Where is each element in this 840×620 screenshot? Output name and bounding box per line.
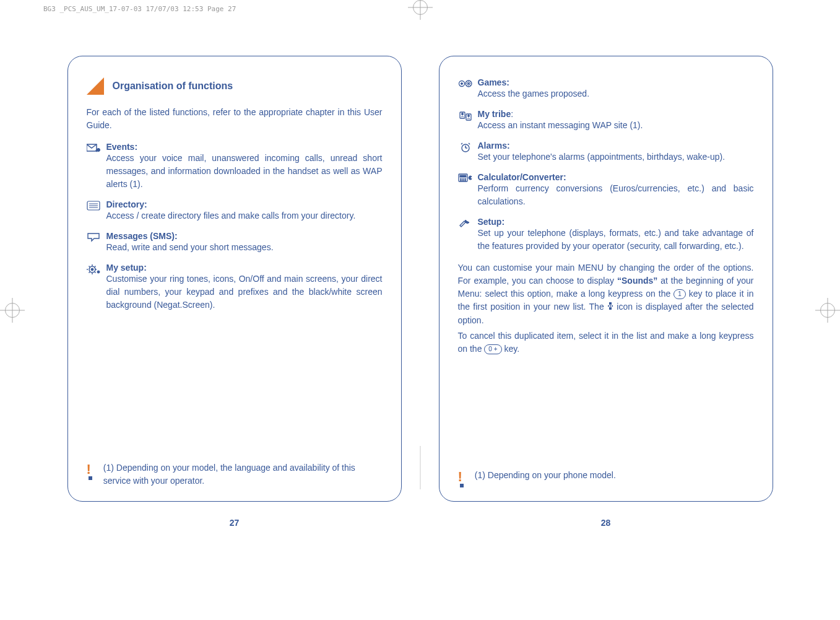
triangle-icon — [87, 77, 104, 95]
heading-text: Organisation of functions — [113, 81, 233, 92]
item-title: Games: — [478, 77, 754, 87]
keycap-1: 1 — [673, 289, 686, 299]
page-left: Organisation of functions For each of th… — [67, 56, 402, 589]
svg-point-26 — [464, 180, 465, 181]
page-box-right: Games: Access the games proposed. My tri… — [439, 56, 773, 502]
crop-mark-top — [413, 0, 428, 15]
svg-point-13 — [461, 113, 463, 115]
item-alarms: Alarms: Set your telephone's alarms (app… — [458, 141, 754, 164]
section-heading: Organisation of functions — [87, 77, 383, 95]
item-setup: Setup: Set up your telephone (displays, … — [458, 217, 754, 253]
customise-paragraph: You can customise your main MENU by chan… — [458, 261, 754, 327]
item-title: My setup: — [106, 263, 383, 273]
svg-rect-20 — [460, 175, 466, 177]
page-number: 28 — [439, 518, 773, 528]
svg-point-24 — [460, 180, 461, 181]
footnote-right: ! (1) Depending on your phone model. — [458, 469, 754, 487]
item-desc: Set your telephone's alarms (appointment… — [478, 151, 754, 164]
item-mysetup: My setup: Customise your ring tones, ico… — [87, 263, 383, 312]
alarms-icon — [458, 141, 478, 164]
item-mytribe: My tribe: Access an instant messaging WA… — [458, 109, 754, 132]
directory-icon — [87, 199, 106, 222]
bang-icon: ! — [458, 469, 475, 487]
item-title: Calculator/Converter: — [478, 172, 754, 182]
svg-text:€: € — [469, 175, 472, 181]
item-calculator: € Calculator/Converter: Perform currency… — [458, 172, 754, 208]
events-icon — [87, 142, 106, 191]
item-title: Directory: — [106, 199, 383, 209]
item-desc: Access an instant messaging WAP site (1)… — [478, 119, 754, 132]
item-desc: Customise your ring tones, icons, On/Off… — [106, 273, 383, 312]
svg-rect-31 — [612, 305, 613, 307]
bang-icon: ! — [87, 461, 103, 480]
svg-point-22 — [462, 178, 464, 180]
mysetup-icon — [87, 263, 106, 312]
svg-point-21 — [460, 178, 461, 180]
item-desc: Perform currency conversions (Euros/curr… — [478, 182, 754, 208]
keycap-0: 0 + — [484, 344, 501, 354]
item-title: Events: — [106, 142, 383, 152]
svg-rect-30 — [610, 305, 611, 307]
svg-rect-32 — [609, 307, 612, 310]
svg-point-10 — [461, 83, 462, 85]
list-marker-icon — [607, 301, 613, 314]
item-directory: Directory: Access / create directory fil… — [87, 199, 383, 222]
svg-rect-29 — [608, 305, 609, 307]
item-desc: Access your voice mail, unanswered incom… — [106, 152, 383, 191]
footnote-text: (1) Depending on your phone model. — [475, 469, 754, 482]
item-desc: Set up your telephone (displays, formats… — [478, 227, 754, 253]
svg-rect-28 — [609, 302, 612, 305]
games-icon — [458, 77, 478, 100]
item-desc: Access / create directory files and make… — [106, 209, 383, 222]
calculator-icon: € — [458, 172, 478, 208]
footnote-left: ! (1) Depending on your model, the langu… — [87, 461, 383, 487]
footnote-text: (1) Depending on your model, the languag… — [103, 461, 383, 487]
page-box-left: Organisation of functions For each of th… — [67, 56, 402, 502]
intro-text: For each of the listed functions, refer … — [87, 106, 383, 132]
item-title: Alarms: — [478, 141, 754, 151]
item-title: Setup: — [478, 217, 754, 227]
item-games: Games: Access the games proposed. — [458, 77, 754, 100]
item-title: My tribe: — [478, 109, 754, 119]
setup-icon — [458, 217, 478, 253]
mytribe-icon — [458, 109, 478, 132]
svg-point-23 — [464, 178, 465, 180]
svg-point-7 — [91, 268, 93, 271]
svg-point-25 — [462, 180, 464, 181]
page-number: 27 — [67, 518, 402, 528]
item-desc: Access the games proposed. — [478, 87, 754, 100]
svg-point-8 — [97, 271, 100, 273]
item-desc: Read, write and send your short messages… — [106, 241, 383, 254]
cancel-paragraph: To cancel this duplicated item, select i… — [458, 330, 754, 356]
svg-point-15 — [467, 115, 469, 117]
page-right: Games: Access the games proposed. My tri… — [439, 56, 773, 589]
messages-icon — [87, 231, 106, 254]
print-header: BG3 _PCS_AUS_UM_17-07-03 17/07/03 12:53 … — [43, 5, 236, 13]
item-title: Messages (SMS): — [106, 231, 383, 241]
item-events: Events: Access your voice mail, unanswer… — [87, 142, 383, 191]
item-messages: Messages (SMS): Read, write and send you… — [87, 231, 383, 254]
svg-point-1 — [97, 149, 100, 152]
page-spread: Organisation of functions For each of th… — [0, 56, 840, 589]
